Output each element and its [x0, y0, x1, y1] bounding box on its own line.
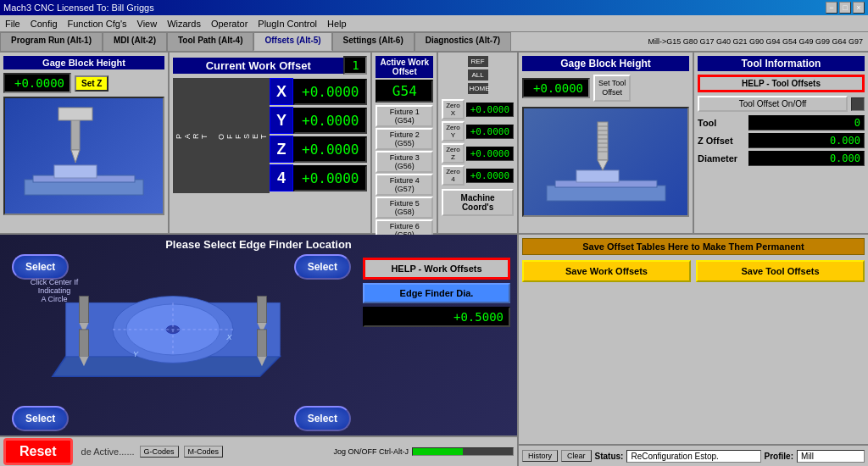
menu-plugin[interactable]: PlugIn Control [253, 17, 322, 31]
menu-function-cfgs[interactable]: Function Cfg's [63, 17, 132, 31]
svg-rect-23 [547, 186, 665, 201]
tab-program-run[interactable]: Program Run (Alt-1) [0, 32, 103, 51]
fixture-2-button[interactable]: Fixture 2 (G55) [376, 128, 433, 150]
ref-section: REF ALL HOME Zero X +0.0000 Zero Y +0.00… [438, 53, 517, 233]
menu-config[interactable]: Config [25, 17, 63, 31]
tab-settings[interactable]: Settings (Alt-6) [332, 32, 415, 51]
right-gage-title: Gage Block Height [522, 56, 689, 71]
svg-rect-25 [576, 170, 619, 182]
set-z-button[interactable]: Set Z [75, 75, 108, 92]
tool-data-row-zoffset: Z Offset 0.000 [698, 133, 865, 148]
svg-rect-19 [257, 330, 266, 357]
axis-row-x: X +0.0000 [270, 78, 367, 105]
tab-tool-path[interactable]: Tool Path (Alt-4) [167, 32, 253, 51]
axis-rows: X +0.0000 Y +0.0000 Z +0.0000 4 [270, 78, 367, 193]
tab-diagnostics[interactable]: Diagnostics (Alt-7) [415, 32, 511, 51]
menu-bar: File Config Function Cfg's View Wizards … [0, 15, 868, 32]
minimize-button[interactable]: − [826, 2, 837, 14]
edge-finder-section: Please Select Edge Finder Location Selec… [0, 235, 517, 435]
svg-rect-4 [58, 108, 92, 120]
jog-label: Jog ON/OFF Ctrl-Alt-J [333, 447, 409, 456]
title-bar: Mach3 CNC Licensed To: Bill Griggs − □ × [0, 0, 868, 15]
ref-value-z: +0.0000 [466, 147, 514, 161]
zero-y-button[interactable]: Zero Y [442, 121, 464, 141]
set-tool-offset-button[interactable]: Set ToolOffset [593, 75, 631, 102]
select-top-right-button[interactable]: Select [294, 254, 351, 280]
all-label: ALL [468, 69, 488, 80]
zero-4-button[interactable]: Zero 4 [442, 165, 464, 186]
left-panel: Gage Block Height +0.0000 Set Z [0, 53, 517, 466]
edge-finder-title: Please Select Edge Finder Location [3, 238, 514, 251]
fixture-3-button[interactable]: Fixture 3 (G56) [376, 151, 433, 173]
tab-offsets[interactable]: Offsets (Alt-5) [253, 32, 331, 51]
history-button[interactable]: History [522, 450, 558, 462]
edge-finder-right: HELP - Work Offsets Edge Finder Dia. +0.… [359, 254, 514, 431]
gage-block-image [3, 97, 164, 215]
maximize-button[interactable]: □ [839, 2, 851, 14]
right-top: Gage Block Height +0.0000 Set ToolOffset [519, 53, 868, 235]
z-offset-label: Z Offset [698, 136, 748, 146]
reset-button[interactable]: Reset [3, 438, 73, 465]
reset-area: Reset de Active...... G-Codes M-Codes Jo… [0, 435, 517, 466]
select-bottom-right-area: Select [294, 406, 351, 431]
jog-bar-fill [413, 448, 463, 455]
z-offset-value[interactable]: 0.000 [748, 133, 865, 148]
fixture-4-button[interactable]: Fixture 4 (G57) [376, 174, 433, 196]
machine-coords-button[interactable]: Machine Coord's [442, 189, 514, 216]
axis-value-4[interactable]: +0.0000 [293, 165, 367, 191]
fixture-1-button[interactable]: Fixture 1 (G54) [376, 105, 433, 127]
select-bottom-left-area: Select [12, 406, 69, 431]
work-offset-section: Current Work Offset 1 PARTOFFSET X +0.00… [170, 53, 372, 233]
edge-finder-dia-button[interactable]: Edge Finder Dia. [363, 283, 510, 303]
axis-row-z: Z +0.0000 [270, 136, 367, 163]
mcodes-button[interactable]: M-Codes [184, 446, 224, 458]
tab-bar: Program Run (Alt-1) MDI (Alt-2) Tool Pat… [0, 32, 868, 53]
menu-help[interactable]: Help [322, 17, 352, 31]
status-value: ReConfiguration Estop. [626, 450, 760, 463]
home-label: HOME [468, 83, 488, 94]
menu-operator[interactable]: Operator [206, 17, 253, 31]
axis-value-x[interactable]: +0.0000 [293, 79, 367, 105]
gcodes-button[interactable]: G-Codes [140, 446, 179, 458]
svg-marker-34 [598, 160, 608, 170]
title-controls: − □ × [826, 2, 865, 14]
close-button[interactable]: × [853, 2, 865, 14]
save-work-offsets-button[interactable]: Save Work Offsets [522, 260, 691, 282]
tool-offset-on-button[interactable]: Tool Offset On/Off [698, 96, 848, 112]
save-tool-offsets-button[interactable]: Save Tool Offsets [696, 260, 865, 282]
menu-view[interactable]: View [132, 17, 163, 31]
gcode-display: Mill->G15 G80 G17 G40 G21 G90 G94 G54 G4… [643, 32, 868, 51]
edge-finder-dia-value: +0.5000 [363, 307, 510, 327]
edge-finder-plate-svg: Y X [46, 263, 300, 390]
save-offsets-title: Save Offset Tables Here to Make Them Per… [522, 238, 865, 255]
svg-text:Y: Y [133, 349, 139, 358]
tool-offset-indicator [851, 97, 865, 111]
axis-value-y[interactable]: +0.0000 [293, 108, 367, 134]
diameter-label: Diameter [698, 153, 748, 164]
menu-file[interactable]: File [0, 17, 25, 31]
help-tool-offsets-button[interactable]: HELP - Tool Offsets [698, 75, 865, 92]
zero-x-button[interactable]: Zero X [442, 99, 464, 119]
axis-value-z[interactable]: +0.0000 [293, 136, 367, 163]
axis-row-4: 4 +0.0000 [270, 164, 367, 191]
select-bottom-right-button[interactable]: Select [294, 406, 351, 431]
ref-label: REF [468, 56, 488, 67]
help-work-offsets-button[interactable]: HELP - Work Offsets [363, 258, 510, 280]
tool-value[interactable]: 0 [748, 115, 865, 130]
tool-data-row-tool: Tool 0 [698, 115, 865, 130]
svg-rect-13 [79, 296, 88, 323]
clear-button[interactable]: Clear [561, 450, 592, 462]
work-offset-header: Current Work Offset 1 [173, 56, 367, 75]
svg-text:X: X [225, 332, 232, 341]
svg-marker-5 [71, 150, 80, 163]
fixture-5-button[interactable]: Fixture 5 (G58) [376, 197, 433, 219]
zero-z-button[interactable]: Zero Z [442, 143, 464, 164]
ref-row-x: Zero X +0.0000 [442, 99, 514, 119]
select-top-right-area: Select [294, 254, 351, 280]
diameter-value[interactable]: 0.000 [748, 151, 865, 166]
axis-table: PARTOFFSET X +0.0000 Y +0.0000 Z +0.0000 [173, 78, 367, 193]
tab-mdi[interactable]: MDI (Alt-2) [103, 32, 167, 51]
axis-label-z: Z [270, 136, 293, 163]
select-bottom-left-button[interactable]: Select [12, 406, 69, 431]
menu-wizards[interactable]: Wizards [162, 17, 206, 31]
